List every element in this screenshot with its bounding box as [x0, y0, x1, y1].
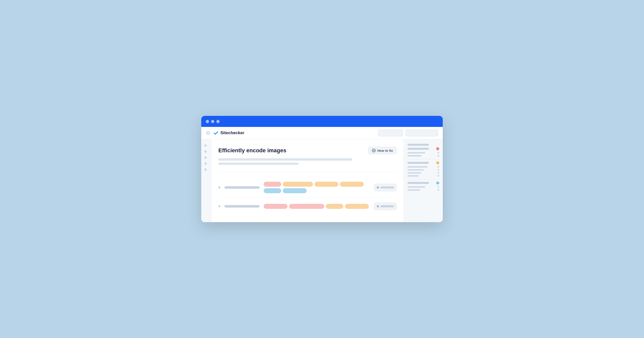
traffic-light-1	[206, 120, 209, 123]
tag-pink-2	[264, 204, 288, 209]
row-indicator-1	[218, 186, 220, 188]
rp-mini-row-6	[408, 175, 439, 177]
rp-mini-dot-8	[437, 189, 439, 191]
right-panel-group-3	[408, 181, 439, 193]
tag-orange-4	[326, 204, 343, 209]
browser-titlebar	[201, 116, 443, 127]
description-line-2	[218, 163, 299, 165]
rp-mini-dot-1	[437, 152, 439, 154]
rp-mini-dot-3	[437, 166, 439, 168]
rp-mini-bar-1	[408, 152, 425, 154]
header-button-1[interactable]	[378, 129, 403, 136]
sidebar-item-5[interactable]	[204, 168, 207, 171]
logo-area: Sitechecker	[213, 130, 244, 136]
sidebar-item-4[interactable]	[204, 162, 207, 165]
row-indicator-2	[218, 205, 220, 207]
rp-mini-dot-6	[437, 175, 439, 177]
logo-text: Sitechecker	[220, 130, 244, 135]
rp-mini-rows-3	[408, 186, 439, 191]
rp-row-1	[408, 144, 439, 146]
right-panel	[404, 139, 443, 222]
tag-orange-1	[283, 182, 313, 187]
rp-mini-bar-8	[408, 189, 420, 191]
action-btn-bar-2	[380, 205, 394, 207]
rp-dot-blue-1	[436, 181, 439, 184]
rp-bar-2	[408, 148, 429, 150]
row-action-button-1[interactable]	[374, 184, 397, 191]
traffic-light-3	[216, 120, 220, 123]
header-button-2[interactable]	[406, 129, 438, 136]
tag-orange-3	[340, 182, 364, 187]
action-btn-bar-1	[380, 186, 394, 188]
divider-1	[218, 172, 397, 172]
sidebar-item-2[interactable]	[204, 150, 207, 153]
action-btn-dot-2	[377, 205, 379, 207]
traffic-light-2	[211, 120, 214, 123]
right-panel-group-1	[408, 144, 439, 159]
rp-mini-bar-5	[408, 172, 421, 174]
nav-circle	[206, 131, 210, 135]
row-label-1	[224, 186, 260, 189]
rp-mini-dot-4	[437, 169, 439, 171]
description-line-1	[218, 158, 352, 161]
rp-mini-bar-3	[408, 166, 428, 168]
row-action-button-2[interactable]	[374, 203, 397, 210]
table-row	[218, 198, 397, 215]
rp-mini-row-7	[408, 186, 439, 188]
rp-mini-row-2	[408, 155, 439, 157]
sidebar	[201, 139, 211, 222]
how-to-fix-button[interactable]: ? How to fix	[368, 147, 397, 154]
rp-mini-dot-7	[437, 186, 439, 188]
action-btn-dot-1	[377, 186, 379, 188]
tag-orange-5	[345, 204, 369, 209]
rp-mini-bar-6	[408, 175, 419, 177]
rp-mini-bar-2	[408, 155, 421, 157]
rp-mini-row-4	[408, 169, 439, 171]
content-area: Efficiently encode images ? How to fix	[211, 139, 404, 222]
rp-mini-rows-1	[408, 152, 439, 157]
browser-window: Sitechecker Efficiently encode images ? …	[201, 116, 443, 222]
tag-blue-1	[264, 188, 281, 193]
rp-mini-row-5	[408, 172, 439, 174]
rp-mini-bar-4	[408, 169, 424, 171]
rp-mini-bar-7	[408, 186, 425, 188]
page-title: Efficiently encode images	[218, 147, 286, 154]
sidebar-item-3[interactable]	[204, 156, 207, 159]
browser-addressbar: Sitechecker	[201, 127, 443, 139]
table-row	[218, 177, 397, 198]
tag-pink-1	[264, 182, 281, 187]
rp-dot-red-1	[436, 147, 439, 150]
rp-bar-3	[408, 162, 429, 164]
how-to-fix-label: How to fix	[377, 149, 393, 153]
tag-orange-2	[314, 182, 338, 187]
rp-bar-1	[408, 144, 429, 146]
sidebar-item-1[interactable]	[204, 144, 207, 147]
rp-dot-orange-1	[436, 161, 439, 164]
row-tags-1	[264, 182, 370, 193]
rp-mini-row-3	[408, 166, 439, 168]
rp-row-3	[408, 161, 439, 164]
rp-mini-dot-2	[437, 155, 439, 157]
tag-blue-2	[283, 188, 307, 193]
rp-mini-row-1	[408, 152, 439, 154]
rp-bar-4	[408, 182, 429, 184]
row-tags-2	[264, 204, 370, 209]
rp-row-2	[408, 147, 439, 150]
row-label-2	[224, 205, 260, 208]
main-layout: Efficiently encode images ? How to fix	[201, 139, 443, 222]
right-panel-group-2	[408, 161, 439, 179]
tag-pink-3	[289, 204, 324, 209]
rp-mini-dot-5	[437, 172, 439, 174]
rp-mini-row-8	[408, 189, 439, 191]
rp-mini-rows-2	[408, 166, 439, 177]
page-header: Efficiently encode images ? How to fix	[218, 147, 397, 154]
help-icon: ?	[372, 149, 376, 153]
sitechecker-logo-icon	[213, 130, 219, 136]
rp-row-4	[408, 181, 439, 184]
